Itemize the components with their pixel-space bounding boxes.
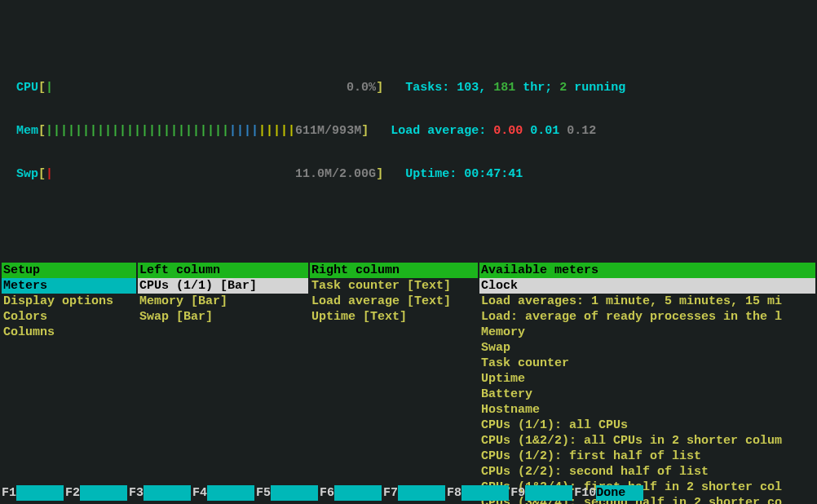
fkey-f8[interactable]: F8 <box>445 485 509 501</box>
setup-item[interactable]: Display options <box>2 294 136 309</box>
left-header: Left column <box>138 263 308 278</box>
right-item[interactable]: Load average [Text] <box>310 294 478 309</box>
swp-meter: Swp[| 11.0M/2.00G] Uptime: 00:47:41 <box>16 166 817 182</box>
right-item[interactable]: Task counter [Text] <box>310 278 478 294</box>
setup-column[interactable]: Setup MetersDisplay optionsColorsColumns <box>2 263 136 504</box>
avail-item[interactable]: CPUs (2/2): second half of list <box>479 464 815 480</box>
right-item[interactable]: Uptime [Text] <box>310 309 478 325</box>
swp-bar: | <box>46 167 53 181</box>
right-column[interactable]: Right column Task counter [Text]Load ave… <box>310 263 478 504</box>
avail-item[interactable]: CPUs (1&2/2): all CPUs in 2 shorter colu… <box>479 433 815 449</box>
cpu-bar: | <box>46 81 53 95</box>
avail-item[interactable]: CPUs (1/1): all CPUs <box>479 418 815 433</box>
left-item[interactable]: CPUs (1/1) [Bar] <box>138 278 308 294</box>
fkey-f9[interactable]: F9 <box>509 485 572 501</box>
avail-item[interactable]: Battery <box>479 387 815 402</box>
left-item[interactable]: Swap [Bar] <box>138 309 308 325</box>
setup-item[interactable]: Colors <box>2 309 136 325</box>
avail-item[interactable]: CPUs (1/2): first half of list <box>479 449 815 464</box>
left-item[interactable]: Memory [Bar] <box>138 294 308 309</box>
mem-bar: ||||||||||||||||||||||||| <box>46 124 229 138</box>
fkey-f7[interactable]: F7 <box>382 485 445 501</box>
fkey-f1[interactable]: F1 <box>0 485 64 501</box>
avail-item[interactable]: Hostname <box>479 402 815 418</box>
avail-header: Available meters <box>479 263 815 278</box>
mem-meter: Mem[||||||||||||||||||||||||||||||||||61… <box>16 123 817 139</box>
avail-item[interactable]: Load: average of ready processes in the … <box>479 309 815 325</box>
setup-panels: Setup MetersDisplay optionsColorsColumns… <box>0 263 817 504</box>
fkey-f10[interactable]: F10Done <box>572 485 643 501</box>
setup-item[interactable]: Meters <box>2 278 136 294</box>
fkey-f2[interactable]: F2 <box>64 485 127 501</box>
top-meters: CPU[| 0.0%] Tasks: 103, 181 thr; 2 runni… <box>0 28 817 210</box>
avail-item[interactable]: Uptime <box>479 371 815 387</box>
available-meters-column[interactable]: Available meters ClockLoad averages: 1 m… <box>479 263 815 504</box>
setup-header: Setup <box>2 263 136 278</box>
avail-item[interactable]: Memory <box>479 325 815 340</box>
fkey-f3[interactable]: F3 <box>127 485 191 501</box>
avail-item[interactable]: Swap <box>479 340 815 356</box>
right-header: Right column <box>310 263 478 278</box>
left-column[interactable]: Left column CPUs (1/1) [Bar]Memory [Bar]… <box>138 263 308 504</box>
fkey-f4[interactable]: F4 <box>191 485 254 501</box>
setup-item[interactable]: Columns <box>2 325 136 340</box>
avail-item[interactable]: Task counter <box>479 356 815 371</box>
cpu-meter: CPU[| 0.0%] Tasks: 103, 181 thr; 2 runni… <box>16 80 817 95</box>
avail-item[interactable]: Clock <box>479 278 815 294</box>
fkey-f5[interactable]: F5 <box>254 485 318 501</box>
avail-item[interactable]: Load averages: 1 minute, 5 minutes, 15 m… <box>479 294 815 309</box>
function-key-bar: F1 F2 F3 F4 F5 F6 F7 F8 F9 F10Done <box>0 485 817 501</box>
fkey-f6[interactable]: F6 <box>318 485 382 501</box>
